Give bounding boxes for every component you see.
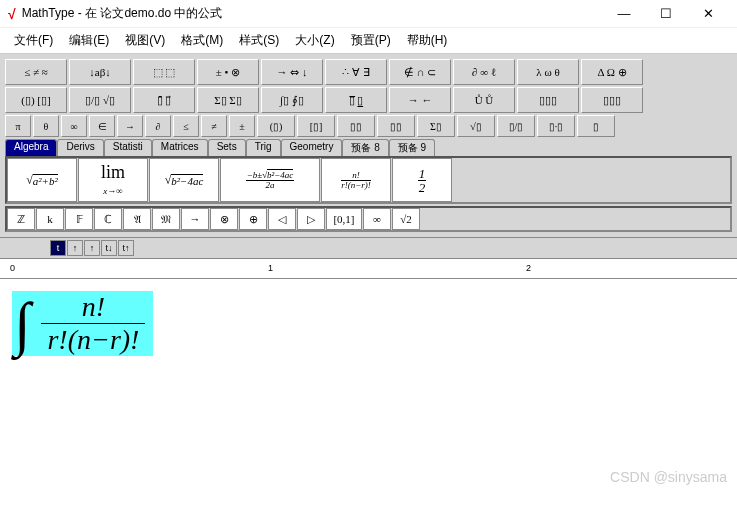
tmpl-sqrtsmall[interactable]: √▯: [457, 115, 495, 137]
mini-interval[interactable]: [0,1]: [326, 208, 362, 230]
maximize-button[interactable]: ☐: [645, 0, 687, 28]
expr-quadratic[interactable]: −b±√b²−4ac2a: [220, 158, 320, 202]
tab-reserve-9[interactable]: 预备 9: [389, 139, 435, 156]
palette-spaces[interactable]: ↓aβ↓: [69, 59, 131, 85]
ruler[interactable]: 0 1 2: [0, 259, 737, 279]
ruler-mark-2: 2: [526, 263, 531, 273]
app-logo-icon: √: [8, 6, 16, 22]
tab-statisti[interactable]: Statisti: [104, 139, 152, 156]
mini-C[interactable]: ℂ: [94, 208, 122, 230]
tab-reserve-8[interactable]: 预备 8: [342, 139, 388, 156]
menu-prefs[interactable]: 预置(P): [343, 30, 399, 51]
mini-rtri[interactable]: ▷: [297, 208, 325, 230]
tmpl-integral[interactable]: ∫▯ ∮▯: [261, 87, 323, 113]
mini-otimes[interactable]: ⊗: [210, 208, 238, 230]
mini-F[interactable]: 𝔽: [65, 208, 93, 230]
watermark: CSDN @sinysama: [610, 469, 727, 485]
tmpl-matrix[interactable]: ▯▯▯: [517, 87, 579, 113]
symbol-row-1: ≤ ≠ ≈ ↓aβ↓ ⬚ ⬚ ± • ⊗ → ⇔ ↓ ∴ ∀ ∃ ∉ ∩ ⊂ ∂…: [5, 59, 732, 85]
equation-canvas[interactable]: ∫ n! r!(n−r)! CSDN @sinysama: [0, 279, 737, 489]
tabstop-4[interactable]: t↓: [101, 240, 117, 256]
expr-limit[interactable]: limx→∞: [78, 158, 148, 202]
menu-format[interactable]: 格式(M): [173, 30, 231, 51]
menu-size[interactable]: 大小(Z): [287, 30, 342, 51]
menu-bar: 文件(F) 编辑(E) 视图(V) 格式(M) 样式(S) 大小(Z) 预置(P…: [0, 28, 737, 54]
minimize-button[interactable]: ―: [603, 0, 645, 28]
sym-to[interactable]: →: [117, 115, 143, 137]
ruler-mark-1: 1: [268, 263, 273, 273]
palette-arrows[interactable]: → ⇔ ↓: [261, 59, 323, 85]
sym-in[interactable]: ∈: [89, 115, 115, 137]
menu-style[interactable]: 样式(S): [231, 30, 287, 51]
sym-leq[interactable]: ≤: [173, 115, 199, 137]
mini-shortcuts: ℤ k 𝔽 ℂ 𝔄 𝔐 → ⊗ ⊕ ◁ ▷ [0,1] ∞ √2: [5, 206, 732, 232]
mini-frakA[interactable]: 𝔄: [123, 208, 151, 230]
tmpl-frac-root[interactable]: ▯/▯ √▯: [69, 87, 131, 113]
tmpl-blank[interactable]: ▯: [577, 115, 615, 137]
tab-trig[interactable]: Trig: [246, 139, 281, 156]
sym-pi[interactable]: π: [5, 115, 31, 137]
mini-Z[interactable]: ℤ: [7, 208, 35, 230]
tmpl-arrows[interactable]: → ←: [389, 87, 451, 113]
mini-k[interactable]: k: [36, 208, 64, 230]
sym-partial[interactable]: ∂: [145, 115, 171, 137]
symbol-toolbars: ≤ ≠ ≈ ↓aβ↓ ⬚ ⬚ ± • ⊗ → ⇔ ↓ ∴ ∀ ∃ ∉ ∩ ⊂ ∂…: [0, 54, 737, 238]
tmpl-fences[interactable]: (▯) [▯]: [5, 87, 67, 113]
close-button[interactable]: ✕: [687, 0, 729, 28]
mini-frakM[interactable]: 𝔐: [152, 208, 180, 230]
mini-infty[interactable]: ∞: [363, 208, 391, 230]
expr-pythagoras[interactable]: √a²+b²: [7, 158, 77, 202]
palette-operators[interactable]: ± • ⊗: [197, 59, 259, 85]
expr-one-half[interactable]: 12: [392, 158, 452, 202]
sym-neq[interactable]: ≠: [201, 115, 227, 137]
integral-icon: ∫: [14, 294, 30, 354]
tmpl-bars[interactable]: ▯̅ ▯̲: [325, 87, 387, 113]
tab-derivs[interactable]: Derivs: [57, 139, 103, 156]
tmpl-sum[interactable]: Σ▯ Σ▯: [197, 87, 259, 113]
menu-help[interactable]: 帮助(H): [399, 30, 456, 51]
menu-view[interactable]: 视图(V): [117, 30, 173, 51]
tabstop-3[interactable]: ↑: [84, 240, 100, 256]
tabstop-1[interactable]: t: [50, 240, 66, 256]
palette-embellish[interactable]: ⬚ ⬚: [133, 59, 195, 85]
tmpl-fracsmall[interactable]: ▯/▯: [497, 115, 535, 137]
tabstop-toolbar: t ↑ ↑ t↓ t↑: [0, 238, 737, 259]
expr-empty: [453, 158, 730, 202]
sym-pm[interactable]: ±: [229, 115, 255, 137]
mini-to[interactable]: →: [181, 208, 209, 230]
template-row-1: (▯) [▯] ▯/▯ √▯ ▯̄ ▯⃗ Σ▯ Σ▯ ∫▯ ∮▯ ▯̅ ▯̲ →…: [5, 87, 732, 113]
tmpl-products[interactable]: Ů Ů: [453, 87, 515, 113]
tmpl-sumsmall[interactable]: Σ▯: [417, 115, 455, 137]
menu-file[interactable]: 文件(F): [6, 30, 61, 51]
palette-greek-uc[interactable]: Δ Ω ⊕: [581, 59, 643, 85]
palette-misc[interactable]: ∂ ∞ ℓ: [453, 59, 515, 85]
mini-ltri[interactable]: ◁: [268, 208, 296, 230]
mini-oplus[interactable]: ⊕: [239, 208, 267, 230]
sym-infty[interactable]: ∞: [61, 115, 87, 137]
tmpl-paren[interactable]: (▯): [257, 115, 295, 137]
menu-edit[interactable]: 编辑(E): [61, 30, 117, 51]
tmpl-sub-sup[interactable]: ▯̄ ▯⃗: [133, 87, 195, 113]
symbol-row-small: π θ ∞ ∈ → ∂ ≤ ≠ ± (▯) [▯] ▯▯ ▯▯ Σ▯ √▯ ▯/…: [5, 115, 732, 137]
tab-matrices[interactable]: Matrices: [152, 139, 208, 156]
tabstop-2[interactable]: ↑: [67, 240, 83, 256]
tmpl-dot[interactable]: ▯·▯: [537, 115, 575, 137]
mini-sqrt2[interactable]: √2: [392, 208, 420, 230]
expression-shortcuts: √a²+b² limx→∞ √b²−4ac −b±√b²−4ac2a n!r!(…: [5, 156, 732, 204]
tmpl-slot2[interactable]: ▯▯: [377, 115, 415, 137]
sym-theta[interactable]: θ: [33, 115, 59, 137]
palette-greek-lc[interactable]: λ ω θ: [517, 59, 579, 85]
palette-logic[interactable]: ∴ ∀ ∃: [325, 59, 387, 85]
expr-discriminant[interactable]: √b²−4ac: [149, 158, 219, 202]
tab-sets[interactable]: Sets: [208, 139, 246, 156]
equation-selection[interactable]: ∫ n! r!(n−r)!: [12, 291, 153, 356]
palette-set[interactable]: ∉ ∩ ⊂: [389, 59, 451, 85]
tab-geometry[interactable]: Geometry: [281, 139, 343, 156]
tab-algebra[interactable]: Algebra: [5, 139, 57, 156]
expr-binomial[interactable]: n!r!(n−r)!: [321, 158, 391, 202]
tmpl-bracket[interactable]: [▯]: [297, 115, 335, 137]
tabstop-5[interactable]: t↑: [118, 240, 134, 256]
tmpl-boxes[interactable]: ▯▯▯: [581, 87, 643, 113]
tmpl-slot1[interactable]: ▯▯: [337, 115, 375, 137]
palette-relations[interactable]: ≤ ≠ ≈: [5, 59, 67, 85]
